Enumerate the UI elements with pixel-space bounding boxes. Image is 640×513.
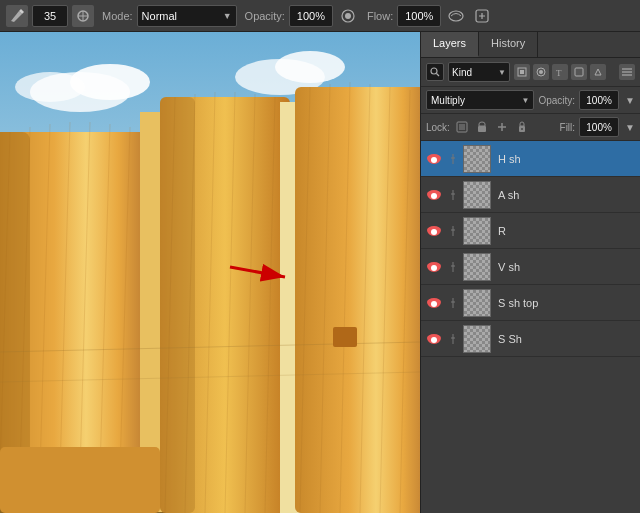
brush-preset-icon[interactable] bbox=[72, 5, 94, 27]
blend-dropdown-arrow: ▼ bbox=[521, 96, 529, 105]
layer-row[interactable]: A sh bbox=[421, 177, 640, 213]
eye-icon bbox=[427, 226, 441, 236]
main-toolbar: 35 Mode: Normal ▼ Opacity: 100% Flow: 10… bbox=[0, 0, 640, 32]
blend-mode-dropdown[interactable]: Multiply ▼ bbox=[426, 90, 534, 110]
lock-position-btn[interactable] bbox=[494, 119, 510, 135]
main-area: Layers History Kind ▼ bbox=[0, 32, 640, 513]
kind-dropdown[interactable]: Kind ▼ bbox=[448, 62, 510, 82]
layer-thumbnail bbox=[463, 181, 491, 209]
svg-rect-38 bbox=[0, 132, 30, 472]
svg-point-48 bbox=[431, 68, 437, 74]
shape-filter-icon[interactable] bbox=[571, 64, 587, 80]
layer-row[interactable]: S Sh bbox=[421, 321, 640, 357]
eye-icon bbox=[427, 334, 441, 344]
svg-point-2 bbox=[345, 13, 351, 19]
extra-brush-icon[interactable] bbox=[471, 5, 493, 27]
eye-icon bbox=[427, 154, 441, 164]
svg-rect-51 bbox=[520, 70, 524, 74]
mode-label: Mode: bbox=[102, 10, 133, 22]
opacity-label: Opacity: bbox=[245, 10, 285, 22]
airbrush-icon[interactable] bbox=[445, 5, 467, 27]
lock-image-btn[interactable] bbox=[474, 119, 490, 135]
flow-input[interactable]: 100% bbox=[397, 5, 441, 27]
fill-label: Fill: bbox=[560, 122, 576, 133]
lock-row: Lock: bbox=[421, 114, 640, 141]
lock-all-btn[interactable] bbox=[514, 119, 530, 135]
flow-value: 100% bbox=[405, 10, 433, 22]
fill-arrow[interactable]: ▼ bbox=[625, 122, 635, 133]
layer-row[interactable]: R bbox=[421, 213, 640, 249]
pressure-opacity-icon[interactable] bbox=[337, 5, 359, 27]
layer-visibility-toggle[interactable] bbox=[425, 330, 443, 348]
layer-visibility-toggle[interactable] bbox=[425, 150, 443, 168]
panel-menu-icon[interactable] bbox=[619, 64, 635, 80]
pixel-filter-icon[interactable] bbox=[514, 64, 530, 80]
opacity-value[interactable]: 100% bbox=[579, 90, 619, 110]
blend-opacity-row: Multiply ▼ Opacity: 100% ▼ bbox=[421, 87, 640, 114]
layer-row[interactable]: H sh bbox=[421, 141, 640, 177]
layers-panel: Layers History Kind ▼ bbox=[420, 32, 640, 513]
layer-row[interactable]: V sh bbox=[421, 249, 640, 285]
type-filter-icon[interactable]: T bbox=[552, 64, 568, 80]
lock-transparent-btn[interactable] bbox=[454, 119, 470, 135]
layer-visibility-toggle[interactable] bbox=[425, 294, 443, 312]
svg-point-53 bbox=[539, 70, 543, 74]
opacity-input[interactable]: 100% bbox=[289, 5, 333, 27]
opacity-arrow[interactable]: ▼ bbox=[625, 95, 635, 106]
layer-thumbnail bbox=[463, 289, 491, 317]
mode-dropdown[interactable]: Normal ▼ bbox=[137, 5, 237, 27]
svg-rect-39 bbox=[160, 97, 195, 513]
kind-row: Kind ▼ bbox=[421, 58, 640, 87]
eye-icon bbox=[427, 298, 441, 308]
panel-tabs: Layers History bbox=[421, 32, 640, 58]
brush-size-value: 35 bbox=[44, 10, 56, 22]
layer-link-icon bbox=[446, 330, 460, 348]
brush-size-input[interactable]: 35 bbox=[32, 5, 68, 27]
svg-rect-45 bbox=[333, 327, 357, 347]
svg-rect-31 bbox=[295, 87, 420, 513]
layer-thumbnail bbox=[463, 253, 491, 281]
tab-history[interactable]: History bbox=[479, 32, 538, 57]
blend-mode-value: Multiply bbox=[431, 95, 465, 106]
layer-visibility-toggle[interactable] bbox=[425, 186, 443, 204]
opacity-value: 100% bbox=[297, 10, 325, 22]
layer-name: S Sh bbox=[494, 333, 636, 345]
layer-link-icon bbox=[446, 150, 460, 168]
layer-thumbnail bbox=[463, 325, 491, 353]
svg-rect-41 bbox=[0, 447, 160, 513]
smart-filter-icon[interactable] bbox=[590, 64, 606, 80]
eye-icon bbox=[427, 190, 441, 200]
layer-link-icon bbox=[446, 222, 460, 240]
svg-line-49 bbox=[437, 74, 440, 77]
layer-row[interactable]: S sh top bbox=[421, 285, 640, 321]
search-icon[interactable] bbox=[426, 63, 444, 81]
layer-visibility-toggle[interactable] bbox=[425, 258, 443, 276]
svg-rect-61 bbox=[478, 126, 486, 132]
canvas-background bbox=[0, 32, 420, 513]
svg-text:T: T bbox=[556, 68, 562, 77]
layer-thumbnail bbox=[463, 145, 491, 173]
lock-label: Lock: bbox=[426, 122, 450, 133]
layer-name: V sh bbox=[494, 261, 636, 273]
layer-name: H sh bbox=[494, 153, 636, 165]
brush-tool-icon[interactable] bbox=[6, 5, 28, 27]
opacity-label: Opacity: bbox=[538, 95, 575, 106]
layer-name: A sh bbox=[494, 189, 636, 201]
svg-point-10 bbox=[275, 51, 345, 83]
adjustment-filter-icon[interactable] bbox=[533, 64, 549, 80]
layer-list: H sh A sh bbox=[421, 141, 640, 513]
layer-name: R bbox=[494, 225, 636, 237]
svg-rect-55 bbox=[575, 68, 583, 76]
layer-thumbnail bbox=[463, 217, 491, 245]
layer-visibility-toggle[interactable] bbox=[425, 222, 443, 240]
layer-link-icon bbox=[446, 294, 460, 312]
mode-value: Normal bbox=[142, 10, 177, 22]
svg-point-63 bbox=[521, 128, 523, 130]
svg-rect-60 bbox=[459, 124, 465, 130]
canvas-area[interactable] bbox=[0, 32, 420, 513]
svg-point-8 bbox=[15, 72, 85, 102]
tab-layers[interactable]: Layers bbox=[421, 32, 479, 57]
layer-link-icon bbox=[446, 258, 460, 276]
fill-value[interactable]: 100% bbox=[579, 117, 619, 137]
eye-icon bbox=[427, 262, 441, 272]
